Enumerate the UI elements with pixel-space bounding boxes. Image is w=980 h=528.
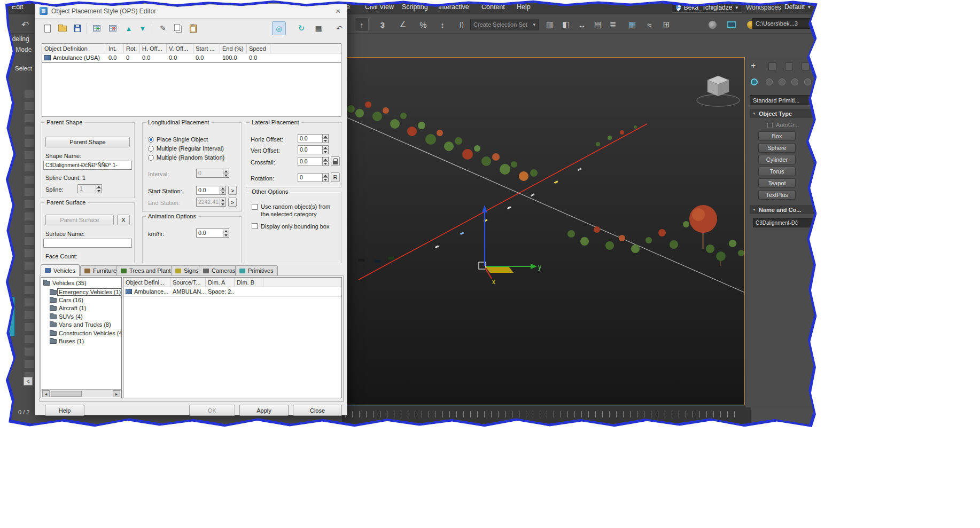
end-station-spinner[interactable]: 2242.41 — [196, 198, 226, 207]
copy-row-button[interactable] — [171, 21, 185, 35]
snaps-toggle-icon[interactable]: 3 — [376, 18, 390, 31]
object-type-rollout[interactable]: ▼ Object Type — [750, 109, 815, 118]
menu-content[interactable]: Content — [481, 3, 505, 11]
percent-snap-icon[interactable]: % — [416, 18, 430, 31]
close-button[interactable]: Close — [293, 405, 342, 416]
tab-trees-plants[interactable]: Trees and Plants — [116, 265, 178, 275]
spinner-arrows[interactable] — [322, 157, 328, 166]
radio-multiple-regular[interactable] — [148, 146, 154, 152]
menu-help[interactable]: Help — [517, 3, 531, 11]
refresh-button[interactable]: ↻ — [294, 21, 308, 35]
bounding-box-checkbox[interactable] — [252, 223, 258, 229]
shape-name-field[interactable]: C3Dalignment-ĐčÑĐ°ÑÑĐ° 1- — [43, 161, 132, 170]
placement-preview-button[interactable]: ◎ — [272, 21, 286, 35]
cameras-category-icon[interactable] — [791, 78, 798, 85]
ribbon-scroll-button[interactable]: < — [24, 377, 33, 385]
selection-set-combo[interactable]: Create Selection Set ▾ — [470, 19, 539, 30]
keyboard-override-icon[interactable]: {} — [455, 18, 469, 31]
spinner-snap-icon[interactable]: ↕ — [435, 18, 449, 31]
menu-scripting[interactable]: Scripting — [402, 3, 428, 11]
box-button[interactable]: Box — [758, 131, 796, 141]
rotation-spinner[interactable]: 0 — [298, 173, 329, 182]
crossfall-spinner[interactable]: 0.0 — [298, 157, 329, 166]
render-setup-icon[interactable] — [705, 18, 719, 31]
modify-tab-icon[interactable] — [768, 62, 776, 70]
tab-furniture[interactable]: Furniture — [80, 265, 121, 275]
scene-explorer-icon[interactable]: ▤ — [591, 18, 605, 31]
hierarchy-tab-icon[interactable] — [785, 62, 793, 70]
paste-row-button[interactable] — [186, 21, 200, 35]
rendered-frame-icon[interactable] — [725, 18, 738, 31]
save-style-button[interactable] — [71, 21, 84, 35]
tab-vehicles[interactable]: Vehicles — [41, 264, 80, 276]
ribbon-tab-modeling[interactable]: Modeling — [8, 35, 29, 43]
spline-spinner[interactable]: 1 — [77, 184, 102, 193]
scroll-right-button[interactable]: ▸ — [113, 390, 120, 397]
crossfall-lock-button[interactable] — [331, 156, 340, 166]
parent-shape-button[interactable]: Parent Shape — [45, 137, 130, 147]
create-tab-icon[interactable]: + — [751, 61, 756, 70]
scroll-left-button[interactable]: ◂ — [42, 390, 50, 397]
apply-button[interactable]: Apply — [239, 405, 289, 416]
random-object-checkbox[interactable] — [252, 204, 258, 210]
menu-civil-view[interactable]: Civil View — [365, 3, 394, 11]
tree-item-buses[interactable]: Buses (1) — [50, 338, 84, 344]
dialog-titlebar[interactable]: Object Placement Style (OPS) Editor × — [35, 4, 347, 19]
user-account-menu[interactable]: Beka_Tchigladze ▾ — [672, 3, 742, 13]
kmhr-spinner[interactable]: 0.0 — [196, 228, 229, 238]
tree-item-cars[interactable]: Cars (16) — [50, 297, 83, 303]
ribbon-toggle-icon[interactable]: ▦ — [625, 18, 639, 31]
tab-primitives[interactable]: Primitives — [235, 265, 278, 275]
undo-icon[interactable]: ↶ — [18, 18, 32, 31]
move-down-button[interactable]: ▼ — [136, 21, 150, 35]
start-station-spinner[interactable]: 0.0 — [196, 186, 226, 195]
shapes-category-icon[interactable] — [766, 78, 773, 85]
ribbon-icon-strip[interactable] — [25, 90, 34, 378]
spinner-arrows[interactable] — [220, 186, 225, 194]
name-color-rollout[interactable]: ▼ Name and Co... — [750, 205, 815, 214]
mirror-icon[interactable]: ◧ — [559, 18, 573, 31]
surface-name-field[interactable] — [43, 239, 132, 248]
sphere-button[interactable]: Sphere — [758, 143, 796, 153]
curve-editor-icon[interactable]: ≈ — [642, 18, 656, 31]
ribbon-panel-polygon-modeling[interactable]: ygon Mode — [8, 46, 32, 53]
rotation-reset-button[interactable]: R — [331, 172, 340, 182]
menu-interactive[interactable]: Interactive — [438, 3, 469, 11]
tree-item-emergency[interactable]: Emergency Vehicles (1) — [50, 288, 122, 296]
spinner-arrows[interactable] — [96, 185, 102, 193]
radio-place-single[interactable] — [148, 137, 154, 143]
tree-root-vehicles[interactable]: Vehicles (35) — [43, 280, 87, 286]
pick-end-station-button[interactable]: > — [228, 198, 237, 207]
new-style-button[interactable] — [41, 21, 55, 35]
angle-snap-icon[interactable]: ∠ — [396, 18, 410, 31]
teapot-button[interactable]: Teapot — [758, 178, 796, 188]
clear-surface-button[interactable]: X — [117, 215, 130, 225]
lights-category-icon[interactable] — [779, 78, 785, 85]
placement-table-row[interactable]: Ambulance (USA) 0.0 0 0.0 0.0 0.0 100.0 … — [42, 53, 341, 62]
menu-edit[interactable]: Edit — [12, 3, 24, 11]
tab-cameras[interactable]: Cameras — [199, 265, 240, 275]
parent-surface-button[interactable]: Parent Surface — [45, 215, 114, 225]
torus-button[interactable]: Torus — [758, 167, 796, 176]
close-icon[interactable]: × — [333, 6, 343, 15]
interval-spinner[interactable]: 0 — [196, 169, 229, 178]
geometry-category-icon[interactable] — [751, 78, 758, 85]
open-style-button[interactable] — [56, 21, 69, 35]
object-table-row[interactable]: Ambulance... AMBULAN... Space: 2... — [123, 287, 341, 296]
spinner-arrows[interactable] — [220, 198, 225, 206]
named-selection-icon[interactable]: ▥ — [543, 18, 557, 31]
spinner-arrows[interactable] — [223, 169, 229, 177]
help-button[interactable]: Help — [45, 405, 84, 416]
horiz-offset-spinner[interactable]: 0.0 — [298, 134, 329, 143]
radio-multiple-random[interactable] — [148, 155, 154, 161]
workspace-dropdown[interactable]: Default ▾ — [781, 3, 815, 12]
spinner-arrows[interactable] — [322, 174, 328, 182]
autogrid-checkbox[interactable] — [767, 123, 773, 128]
perspective-viewport[interactable]: y x — [346, 57, 745, 405]
motion-tab-icon[interactable] — [802, 62, 810, 70]
align-icon[interactable]: ↔ — [575, 18, 589, 31]
textplus-button[interactable]: TextPlus — [758, 190, 796, 200]
layer-explorer-icon[interactable]: ≣ — [606, 18, 620, 31]
maxscript-mini-listener[interactable] — [9, 297, 15, 336]
select-object-icon[interactable]: ↑ — [355, 18, 369, 31]
